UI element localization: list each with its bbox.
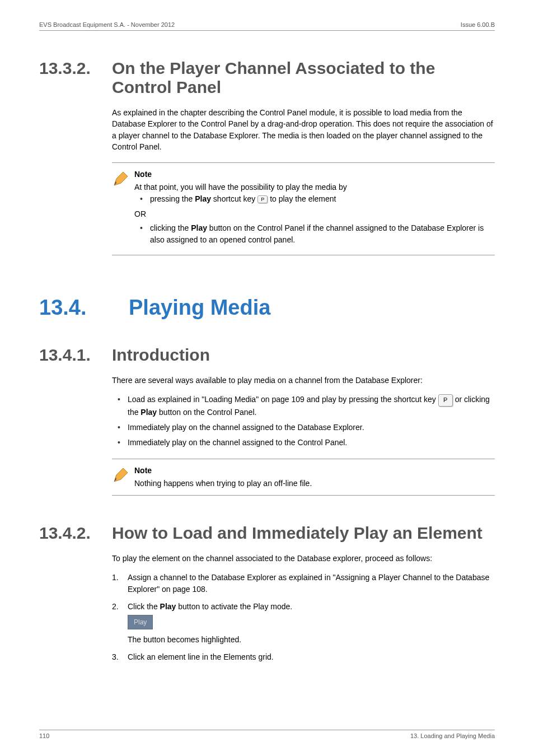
pencil-icon bbox=[112, 170, 130, 188]
note-title: Note bbox=[134, 465, 495, 477]
page-footer: 110 13. Loading and Playing Media bbox=[39, 730, 495, 739]
bullet-2: Immediately play on the channel assigned… bbox=[112, 422, 495, 433]
note-title: Note bbox=[134, 169, 495, 180]
heading-number: 13.3.2. bbox=[39, 59, 112, 78]
note-bullet-2: clicking the Play button on the Control … bbox=[134, 222, 495, 246]
step-2: Click the Play button to activate the Pl… bbox=[112, 601, 495, 646]
note-or: OR bbox=[134, 208, 495, 220]
svg-marker-2 bbox=[114, 468, 128, 482]
paragraph: There are several ways available to play… bbox=[112, 375, 495, 386]
pencil-icon bbox=[112, 466, 130, 484]
paragraph: As explained in the chapter describing t… bbox=[112, 107, 495, 152]
footer-chapter: 13. Loading and Playing Media bbox=[410, 732, 495, 739]
page-number: 110 bbox=[39, 732, 49, 739]
paragraph: To play the element on the channel assoc… bbox=[112, 553, 495, 564]
heading-number: 13.4.2. bbox=[39, 524, 112, 543]
step-1: Assign a channel to the Database Explore… bbox=[112, 572, 495, 595]
heading-13-4-2: 13.4.2. How to Load and Immediately Play… bbox=[39, 524, 495, 543]
step-2-result: The button becomes highlighted. bbox=[128, 634, 495, 646]
note-lead: At that point, you will have the possibi… bbox=[134, 181, 495, 193]
heading-13-3-2: 13.3.2. On the Player Channel Associated… bbox=[39, 59, 495, 97]
note-box: Note Nothing happens when trying to play… bbox=[112, 459, 495, 496]
play-button-image: Play bbox=[128, 615, 153, 629]
header-left: EVS Broadcast Equipment S.A. - November … bbox=[39, 21, 175, 28]
shortcut-key-icon: P bbox=[438, 394, 453, 407]
note-box: Note At that point, you will have the po… bbox=[112, 162, 495, 255]
heading-number: 13.4.1. bbox=[39, 346, 112, 365]
bullet-3: Immediately play on the channel assigned… bbox=[112, 437, 495, 449]
shortcut-key-icon: P bbox=[257, 195, 268, 203]
heading-13-4: 13.4. Playing Media bbox=[39, 296, 495, 320]
bullet-1: Load as explained in "Loading Media" on … bbox=[112, 394, 495, 418]
heading-title: Playing Media bbox=[129, 296, 270, 320]
page-header: EVS Broadcast Equipment S.A. - November … bbox=[39, 21, 495, 31]
note-bullet-1: pressing the Play shortcut key P to play… bbox=[134, 193, 495, 205]
heading-13-4-1: 13.4.1. Introduction bbox=[39, 346, 495, 365]
header-right: Issue 6.00.B bbox=[461, 21, 495, 28]
step-3: Click an element line in the Elements gr… bbox=[112, 651, 495, 663]
heading-title: On the Player Channel Associated to the … bbox=[112, 59, 495, 97]
heading-title: Introduction bbox=[112, 346, 210, 365]
heading-title: How to Load and Immediately Play an Elem… bbox=[112, 524, 483, 543]
note-body: Nothing happens when trying to play an o… bbox=[134, 478, 495, 489]
heading-number: 13.4. bbox=[39, 296, 129, 320]
